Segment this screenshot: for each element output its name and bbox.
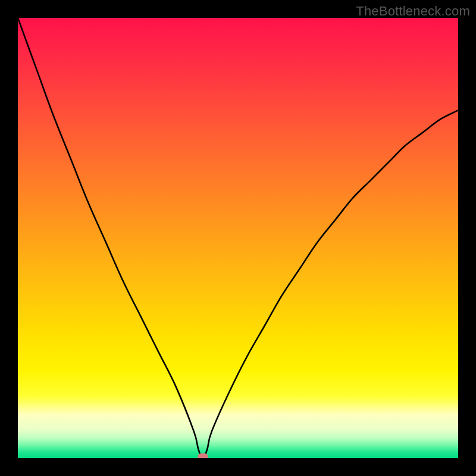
watermark-text: TheBottleneck.com xyxy=(356,4,470,19)
curve-layer xyxy=(18,18,458,458)
bottleneck-curve xyxy=(18,18,458,458)
plot-area xyxy=(18,18,458,458)
optimal-marker xyxy=(198,453,208,458)
chart-frame: TheBottleneck.com xyxy=(0,0,476,476)
